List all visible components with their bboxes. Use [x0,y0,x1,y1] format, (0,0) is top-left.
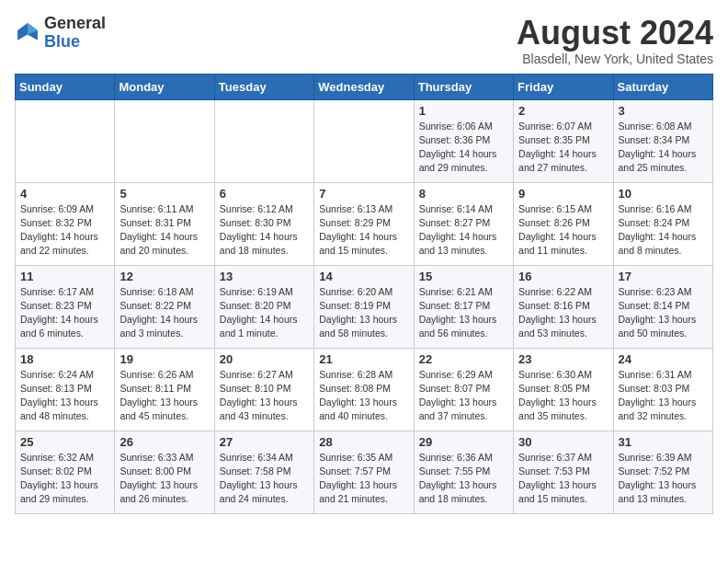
logo: General Blue [15,15,106,52]
calendar-cell: 9Sunrise: 6:15 AMSunset: 8:26 PMDaylight… [514,182,613,265]
calendar-cell: 1Sunrise: 6:06 AMSunset: 8:36 PMDaylight… [414,99,513,182]
month-year-title: August 2024 [517,15,713,52]
day-number: 3 [619,104,708,118]
day-info: Sunrise: 6:22 AMSunset: 8:16 PMDaylight:… [518,285,608,341]
calendar-cell: 29Sunrise: 6:36 AMSunset: 7:55 PMDayligh… [414,431,513,513]
day-info: Sunrise: 6:34 AMSunset: 7:58 PMDaylight:… [220,451,309,507]
calendar-cell: 30Sunrise: 6:37 AMSunset: 7:53 PMDayligh… [514,431,613,513]
day-info: Sunrise: 6:19 AMSunset: 8:20 PMDaylight:… [220,285,309,341]
day-info: Sunrise: 6:21 AMSunset: 8:17 PMDaylight:… [419,285,508,341]
day-number: 8 [419,187,508,201]
calendar-cell: 14Sunrise: 6:20 AMSunset: 8:19 PMDayligh… [314,265,414,348]
calendar-cell: 5Sunrise: 6:11 AMSunset: 8:31 PMDaylight… [115,182,214,265]
day-number: 14 [319,270,408,283]
day-number: 6 [220,187,309,201]
calendar-cell: 7Sunrise: 6:13 AMSunset: 8:29 PMDaylight… [314,182,414,265]
title-block: August 2024 Blasdell, New York, United S… [517,15,713,66]
day-number: 28 [319,435,408,449]
day-info: Sunrise: 6:09 AMSunset: 8:32 PMDaylight:… [20,202,109,259]
day-info: Sunrise: 6:12 AMSunset: 8:30 PMDaylight:… [220,202,309,259]
calendar-cell: 16Sunrise: 6:22 AMSunset: 8:16 PMDayligh… [514,265,613,348]
day-number: 7 [319,187,408,201]
calendar-cell: 20Sunrise: 6:27 AMSunset: 8:10 PMDayligh… [214,348,313,431]
day-number: 10 [619,187,708,201]
day-info: Sunrise: 6:30 AMSunset: 8:05 PMDaylight:… [518,368,608,424]
day-info: Sunrise: 6:23 AMSunset: 8:14 PMDaylight:… [619,285,708,341]
day-info: Sunrise: 6:29 AMSunset: 8:07 PMDaylight:… [419,368,508,424]
calendar-cell: 10Sunrise: 6:16 AMSunset: 8:24 PMDayligh… [613,182,712,265]
day-number: 5 [119,187,209,201]
calendar-cell: 2Sunrise: 6:07 AMSunset: 8:35 PMDaylight… [514,99,613,182]
day-number: 23 [518,352,608,366]
day-header-saturday: Saturday [613,74,712,99]
day-number: 1 [419,104,508,118]
day-number: 26 [119,435,209,449]
calendar-cell: 12Sunrise: 6:18 AMSunset: 8:22 PMDayligh… [115,265,214,348]
calendar-week-row: 11Sunrise: 6:17 AMSunset: 8:23 PMDayligh… [16,265,713,348]
calendar-cell: 23Sunrise: 6:30 AMSunset: 8:05 PMDayligh… [514,348,613,431]
day-info: Sunrise: 6:36 AMSunset: 7:55 PMDaylight:… [419,451,508,507]
day-header-tuesday: Tuesday [214,74,313,99]
calendar-cell: 26Sunrise: 6:33 AMSunset: 8:00 PMDayligh… [115,431,214,513]
calendar-cell: 19Sunrise: 6:26 AMSunset: 8:11 PMDayligh… [115,348,214,431]
calendar-week-row: 4Sunrise: 6:09 AMSunset: 8:32 PMDaylight… [16,182,713,265]
day-info: Sunrise: 6:08 AMSunset: 8:34 PMDaylight:… [619,120,708,176]
calendar-week-row: 18Sunrise: 6:24 AMSunset: 8:13 PMDayligh… [16,348,713,431]
day-number: 9 [518,187,608,201]
calendar-cell [115,99,214,182]
day-number: 2 [518,104,608,118]
day-info: Sunrise: 6:28 AMSunset: 8:08 PMDaylight:… [319,368,408,424]
day-number: 15 [419,270,508,283]
logo-text: General Blue [44,15,106,52]
day-number: 31 [619,435,708,449]
calendar-cell: 25Sunrise: 6:32 AMSunset: 8:02 PMDayligh… [16,431,115,513]
day-number: 18 [20,352,109,366]
day-number: 19 [119,352,209,366]
day-info: Sunrise: 6:13 AMSunset: 8:29 PMDaylight:… [319,202,408,259]
day-info: Sunrise: 6:18 AMSunset: 8:22 PMDaylight:… [119,285,209,341]
day-info: Sunrise: 6:17 AMSunset: 8:23 PMDaylight:… [20,285,109,341]
day-info: Sunrise: 6:06 AMSunset: 8:36 PMDaylight:… [419,120,508,176]
calendar-cell: 8Sunrise: 6:14 AMSunset: 8:27 PMDaylight… [414,182,513,265]
calendar-cell: 13Sunrise: 6:19 AMSunset: 8:20 PMDayligh… [214,265,313,348]
day-number: 17 [619,270,708,283]
calendar-cell: 21Sunrise: 6:28 AMSunset: 8:08 PMDayligh… [314,348,414,431]
day-info: Sunrise: 6:14 AMSunset: 8:27 PMDaylight:… [419,202,508,259]
calendar-header-row: SundayMondayTuesdayWednesdayThursdayFrid… [16,74,713,99]
calendar-cell: 31Sunrise: 6:39 AMSunset: 7:52 PMDayligh… [613,431,712,513]
day-number: 24 [619,352,708,366]
day-header-thursday: Thursday [414,74,513,99]
day-info: Sunrise: 6:20 AMSunset: 8:19 PMDaylight:… [319,285,408,341]
day-info: Sunrise: 6:37 AMSunset: 7:53 PMDaylight:… [518,451,608,507]
day-info: Sunrise: 6:11 AMSunset: 8:31 PMDaylight:… [119,202,209,259]
day-number: 30 [518,435,608,449]
day-number: 13 [220,270,309,283]
day-info: Sunrise: 6:07 AMSunset: 8:35 PMDaylight:… [518,120,608,176]
calendar-cell [314,99,414,182]
calendar-cell: 11Sunrise: 6:17 AMSunset: 8:23 PMDayligh… [16,265,115,348]
day-info: Sunrise: 6:16 AMSunset: 8:24 PMDaylight:… [619,202,708,259]
calendar-cell: 18Sunrise: 6:24 AMSunset: 8:13 PMDayligh… [16,348,115,431]
calendar-week-row: 1Sunrise: 6:06 AMSunset: 8:36 PMDaylight… [16,99,713,182]
day-number: 16 [518,270,608,283]
day-header-wednesday: Wednesday [314,74,414,99]
calendar-cell [16,99,115,182]
day-number: 4 [20,187,109,201]
day-info: Sunrise: 6:32 AMSunset: 8:02 PMDaylight:… [20,451,109,507]
day-header-sunday: Sunday [16,74,115,99]
day-info: Sunrise: 6:24 AMSunset: 8:13 PMDaylight:… [20,368,109,424]
calendar-cell: 4Sunrise: 6:09 AMSunset: 8:32 PMDaylight… [16,182,115,265]
day-number: 20 [220,352,309,366]
day-info: Sunrise: 6:26 AMSunset: 8:11 PMDaylight:… [119,368,209,424]
location-subtitle: Blasdell, New York, United States [517,52,713,66]
day-info: Sunrise: 6:35 AMSunset: 7:57 PMDaylight:… [319,451,408,507]
day-number: 29 [419,435,508,449]
day-number: 11 [20,270,109,283]
day-number: 25 [20,435,109,449]
calendar-cell: 3Sunrise: 6:08 AMSunset: 8:34 PMDaylight… [613,99,712,182]
day-info: Sunrise: 6:27 AMSunset: 8:10 PMDaylight:… [220,368,309,424]
day-number: 21 [319,352,408,366]
calendar-cell: 17Sunrise: 6:23 AMSunset: 8:14 PMDayligh… [613,265,712,348]
day-number: 27 [220,435,309,449]
calendar-week-row: 25Sunrise: 6:32 AMSunset: 8:02 PMDayligh… [16,431,713,513]
